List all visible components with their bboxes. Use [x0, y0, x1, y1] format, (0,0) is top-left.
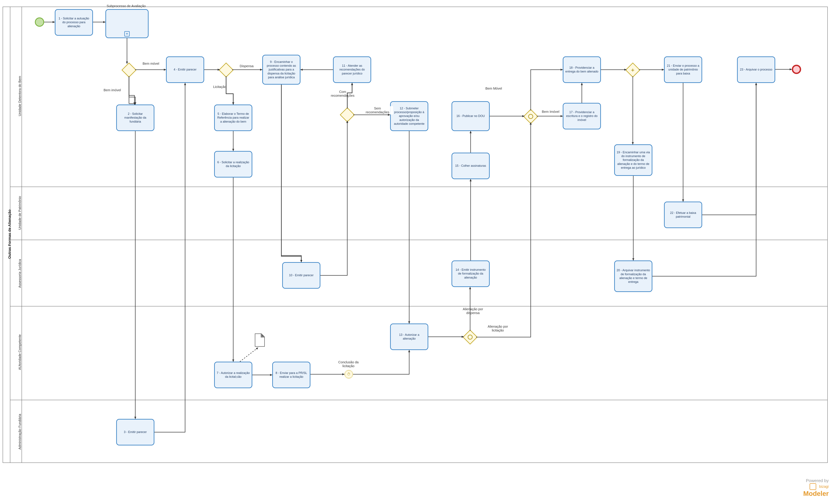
task-1: 1 - Solicitar a autuação do processo par…	[55, 9, 93, 36]
intermediate-timer-conclusao: ⏱	[345, 370, 353, 378]
task-17: 17 - Providenciar a escritura e o regist…	[563, 103, 601, 129]
label-conclusao: Conclusão da licitação	[334, 360, 363, 368]
task-16: 16 - Publicar no DOU	[451, 101, 490, 131]
task-6: 6 - Solicitar a realização da licitação	[214, 151, 252, 177]
task-21: 21 - Enviar o processo a unidade de patr…	[664, 57, 702, 83]
subprocess-label: Subprocesso de Avaliação	[104, 4, 148, 8]
task-15: 15 - Colher assinaturas	[451, 153, 490, 179]
data-object-licit	[255, 333, 265, 347]
powered-by-prefix: Powered by	[803, 478, 829, 483]
lane-div-2-3	[10, 240, 828, 240]
task-23: 23 - Arquivar o processo	[737, 57, 775, 83]
start-event	[35, 18, 44, 27]
lane-label-4: AUtoridade Competente	[18, 334, 22, 370]
label-sem-recomendacoes: Sem recomendações	[362, 106, 393, 114]
task-4: 4 - Emitir parecer	[166, 57, 204, 83]
task-14: 14 - Emitir instrumento de formalização …	[451, 261, 490, 287]
powered-by-product: Modeler	[803, 490, 829, 497]
label-bem-movel2: Bem Móvel	[485, 86, 503, 91]
label-com-recomendacoes: Com recomendações	[327, 90, 358, 98]
pool-label: Outras Formas de Alienação	[7, 209, 12, 259]
lane-div-1-2	[10, 187, 828, 187]
task-5: 5 - Elaborar o Termo de Referência para …	[214, 104, 252, 131]
task-11: 11 - Atender as recomendações do parecer…	[333, 57, 371, 83]
lane-div-3-4	[10, 306, 828, 306]
task-3: 3 - Emitir parecer	[116, 419, 154, 445]
task-22: 22 - Efetuar a baixa patrimonial	[664, 202, 702, 228]
label-bem-movel: Bem móvel	[142, 61, 160, 66]
lane-div-4-5	[10, 400, 828, 400]
task-9: 9 - Encaminhar o processo contendo as ju…	[262, 55, 300, 85]
task-8: 8 - Enviar para a PR/SL realizar a licit…	[272, 362, 311, 388]
task-7: 7 - Autorizar a realização da licital;cã…	[214, 362, 252, 388]
label-licitacao: Licitação	[213, 85, 227, 89]
subprocess-marker-icon: +	[124, 31, 130, 36]
lane-label-divider	[22, 7, 22, 463]
diagram-canvas: Outras Formas de Alienação Unidade Deten…	[0, 0, 830, 504]
task-13: 13 - Autorizar a alienação	[390, 324, 428, 350]
label-bem-imovel2: Bem Imóvel	[541, 109, 560, 114]
subprocess-avaliacao: +	[105, 9, 149, 38]
label-dispensa: Dispensa	[239, 64, 254, 68]
lane-label-1: Unidade Detentora do Bem	[18, 76, 22, 116]
task-2: 2 - Solicitar manifestação da fundiária	[116, 104, 154, 131]
label-bem-imovel: Bem imóvel	[103, 88, 122, 92]
lane-label-2: Unidade de Patrimônio	[18, 196, 22, 230]
lane-label-3: Assessoria Jurídica	[18, 259, 22, 288]
task-19: 19 - Encaminhar uma via do instrumento d…	[614, 144, 652, 176]
task-20: 20 - Arquivar instrumento de formalizaçã…	[614, 261, 652, 292]
modeler-icon	[809, 483, 816, 490]
end-event	[792, 65, 801, 74]
powered-by-brand: bizagi	[819, 484, 829, 489]
task-18: 18 - Providenciar a entrega do bem alien…	[563, 57, 601, 83]
lane-label-5: Administração Fundiária	[18, 414, 22, 449]
powered-by: Powered by bizagi Modeler	[803, 478, 829, 497]
task-12: 12 - Submeter processo/proposição à apro…	[390, 101, 428, 131]
label-alien-dispensa: Alienação por dispensa	[458, 307, 488, 315]
task-10: 10 - Emitir parecer	[282, 262, 320, 289]
label-alien-licitacao: Alienação por licitação	[483, 324, 513, 333]
